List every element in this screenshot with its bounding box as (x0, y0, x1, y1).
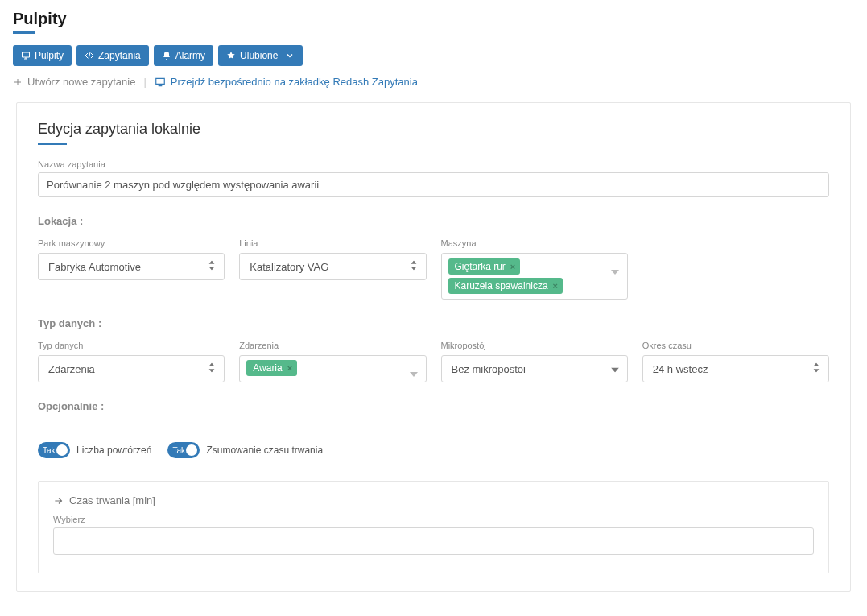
panel-title: Edycja zapytania lokalnie (38, 121, 829, 138)
switch-knob (186, 444, 197, 456)
repeat-label: Liczba powtórzeń (76, 444, 151, 456)
nav-ulubione-button[interactable]: Ulubione (218, 45, 303, 66)
nav-pulpity-label: Pulpity (35, 50, 64, 61)
machine-tag: Karuzela spawalnicza × (448, 278, 564, 294)
monitor-icon (155, 76, 166, 88)
line-select[interactable]: Katalizatory VAG (239, 253, 426, 280)
type-label: Typ danych (38, 341, 225, 350)
nav-alarmy-button[interactable]: Alarmy (154, 45, 213, 66)
nav-buttons: Pulpity Zapytania Alarmy Ulubione (13, 45, 854, 66)
title-underline (13, 31, 35, 34)
caret-down-icon (410, 367, 418, 379)
action-row: Utwórz nowe zapytanie | Przejdź bezpośre… (13, 76, 854, 88)
tag-label: Karuzela spawalnicza (455, 280, 548, 291)
monitor-icon (21, 51, 31, 60)
duration-heading: Czas trwania [min] (69, 494, 155, 506)
bell-icon (162, 51, 171, 60)
create-query-link[interactable]: Utwórz nowe zapytanie (13, 76, 135, 88)
edit-panel: Edycja zapytania lokalnie Nazwa zapytani… (16, 102, 851, 592)
tag-label: Awaria (253, 362, 282, 374)
name-label: Nazwa zapytania (38, 159, 829, 169)
redash-link[interactable]: Przejdź bezpośrednio na zakładkę Redash … (155, 76, 418, 88)
duration-select-label: Wybierz (53, 515, 814, 524)
line-label: Linia (239, 238, 426, 248)
datatype-heading: Typ danych : (38, 317, 829, 329)
machine-label: Maszyna (441, 238, 628, 248)
remove-tag-icon[interactable]: × (510, 262, 515, 271)
period-value: 24 h wstecz (653, 363, 708, 375)
nav-ulubione-label: Ulubione (240, 50, 278, 61)
park-select[interactable]: Fabryka Automotive (38, 253, 225, 280)
query-name-input[interactable] (38, 172, 829, 197)
code-icon (85, 51, 94, 60)
optional-heading: Opcjonalnie : (38, 400, 829, 412)
star-icon (226, 51, 236, 60)
location-heading: Lokacja : (38, 215, 829, 227)
sum-switch[interactable]: Tak (167, 442, 200, 458)
switch-knob (56, 444, 68, 456)
micro-label: Mikropostój (441, 341, 628, 350)
duration-select[interactable] (53, 527, 814, 555)
caret-down-icon (611, 265, 619, 277)
panel-underline (38, 143, 67, 145)
micro-value: Bez mikropostoi (452, 363, 526, 375)
page-title: Pulpity (13, 10, 854, 28)
events-multiselect[interactable]: Awaria × (239, 355, 426, 382)
sort-icon (208, 261, 216, 273)
nav-pulpity-button[interactable]: Pulpity (13, 45, 72, 66)
nav-zapytania-label: Zapytania (98, 50, 141, 61)
machine-tag: Giętarka rur × (448, 258, 521, 275)
switch-on-label: Tak (43, 446, 56, 455)
duration-header[interactable]: Czas trwania [min] (53, 494, 814, 506)
duration-panel: Czas trwania [min] Wybierz (38, 481, 829, 573)
nav-alarmy-label: Alarmy (175, 50, 205, 61)
micro-select[interactable]: Bez mikropostoi (441, 355, 628, 382)
redash-link-label: Przejdź bezpośrednio na zakładkę Redash … (171, 76, 418, 88)
type-select[interactable]: Zdarzenia (38, 355, 225, 382)
switch-on-label: Tak (172, 446, 185, 455)
park-value: Fabryka Automotive (48, 261, 141, 273)
period-label: Okres czasu (642, 341, 829, 350)
sort-icon (410, 261, 418, 273)
type-value: Zdarzenia (48, 363, 95, 375)
switch-row: Tak Liczba powtórzeń Tak Zsumowanie czas… (38, 442, 829, 458)
event-tag: Awaria × (246, 360, 297, 376)
sort-icon (208, 363, 216, 375)
park-label: Park maszynowy (38, 238, 225, 248)
line-value: Katalizatory VAG (250, 261, 328, 273)
repeat-switch[interactable]: Tak (38, 442, 70, 458)
chevron-down-icon (285, 51, 295, 60)
nav-zapytania-button[interactable]: Zapytania (76, 45, 149, 66)
period-select[interactable]: 24 h wstecz (642, 355, 829, 382)
sum-label: Zsumowanie czasu trwania (206, 444, 323, 456)
remove-tag-icon[interactable]: × (553, 281, 558, 291)
arrow-right-icon (53, 495, 64, 506)
create-query-label: Utwórz nowe zapytanie (27, 76, 135, 88)
plus-icon (13, 77, 23, 87)
sort-icon (812, 363, 820, 375)
remove-tag-icon[interactable]: × (287, 363, 292, 373)
tag-label: Giętarka rur (455, 261, 506, 272)
separator: | (143, 76, 146, 88)
machine-multiselect[interactable]: Giętarka rur × Karuzela spawalnicza × (441, 253, 628, 300)
events-label: Zdarzenia (239, 341, 426, 350)
caret-down-icon (611, 363, 619, 375)
